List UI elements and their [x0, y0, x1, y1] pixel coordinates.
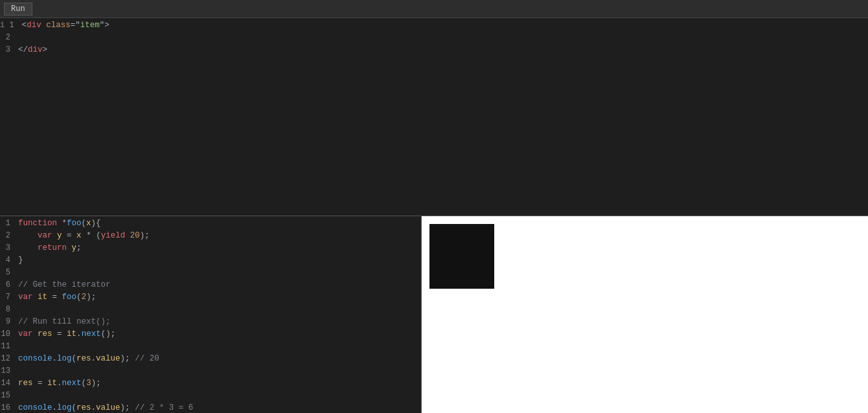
line-number: 13	[0, 366, 18, 375]
line-content: // Get the iterator	[18, 280, 111, 289]
line-number: 5	[421, 70, 422, 79]
toolbar: Run	[0, 0, 868, 18]
line-number: 2	[421, 33, 422, 42]
js-line-13: 13	[0, 366, 421, 379]
line-number: 6	[0, 280, 18, 289]
line-content: }	[18, 256, 23, 265]
js-line-4: 4 }	[0, 256, 421, 268]
js-line-11: 11	[0, 342, 421, 354]
run-button[interactable]: Run	[4, 3, 32, 16]
js-line-3: 3 return y;	[0, 243, 421, 256]
line-content: function *foo(x){	[18, 219, 101, 228]
css-line-1: 1 .item{	[421, 21, 422, 33]
line-number: 3	[0, 243, 18, 252]
line-number: 2	[0, 33, 18, 42]
js-line-2: 2 var y = x * (yield 20);	[0, 231, 421, 243]
html-line-2: 2	[0, 33, 421, 45]
line-content: var res = it.next();	[18, 329, 115, 339]
line-number: 4	[421, 58, 422, 67]
js-line-7: 7 var it = foo(2);	[0, 293, 421, 305]
line-number: 2	[0, 231, 18, 240]
line-content: // Run till next();	[18, 317, 111, 326]
line-number: 15	[0, 391, 18, 400]
line-number: 10	[0, 329, 18, 339]
line-number: 1	[421, 21, 422, 30]
line-number: 11	[0, 342, 18, 351]
line-number: 16	[0, 403, 18, 412]
line-number: 3	[421, 45, 422, 54]
html-editor[interactable]: i 1 <div class="item"> 2 3 </div>	[0, 18, 421, 216]
html-line-1: i 1 <div class="item">	[0, 21, 421, 33]
css-line-5: 5 }	[421, 70, 422, 82]
line-content: <div class="item">	[22, 21, 109, 30]
css-editor[interactable]: 1 .item{ 2 height: 100px; 3 width: 100px…	[421, 18, 422, 216]
line-number: 3	[0, 45, 18, 54]
css-line-2: 2 height: 100px;	[421, 33, 422, 45]
line-number: 12	[0, 354, 18, 363]
line-number: 1	[0, 219, 18, 228]
line-content: var y = x * (yield 20);	[18, 231, 150, 240]
js-line-15: 15	[0, 391, 421, 403]
output-pane	[422, 216, 868, 413]
line-number: 5	[0, 268, 18, 277]
js-line-16: 16 console.log(res.value); // 2 * 3 = 6	[0, 403, 421, 413]
js-line-8: 8	[0, 305, 421, 317]
line-content: console.log(res.value); // 20	[18, 354, 159, 363]
js-line-10: 10 var res = it.next();	[0, 329, 421, 342]
line-number: i 1	[0, 21, 22, 30]
line-content: var it = foo(2);	[18, 293, 96, 302]
preview-box	[429, 224, 494, 289]
line-content: </div>	[18, 45, 47, 54]
line-number: 8	[0, 305, 18, 314]
js-line-6: 6 // Get the iterator	[0, 280, 421, 293]
html-line-3: 3 </div>	[0, 45, 421, 58]
css-line-4: 4 background:#111;	[421, 58, 422, 70]
line-number: 9	[0, 317, 18, 326]
css-line-3: 3 width: 100px;	[421, 45, 422, 58]
js-line-12: 12 console.log(res.value); // 20	[0, 354, 421, 366]
js-line-14: 14 res = it.next(3);	[0, 379, 421, 391]
line-content: res = it.next(3);	[18, 379, 101, 388]
line-number: 4	[0, 256, 18, 265]
js-line-5: 5	[0, 268, 421, 280]
js-line-1: 1 function *foo(x){	[0, 219, 421, 231]
line-content: return y;	[18, 243, 82, 252]
line-number: 7	[0, 293, 18, 302]
line-content: console.log(res.value); // 2 * 3 = 6	[18, 403, 193, 412]
line-number: 14	[0, 379, 18, 388]
js-line-9: 9 // Run till next();	[0, 317, 421, 329]
editors-container: i 1 <div class="item"> 2 3 </div> 1 .ite…	[0, 18, 868, 413]
js-editor[interactable]: 1 function *foo(x){ 2 var y = x * (yield…	[0, 216, 421, 413]
